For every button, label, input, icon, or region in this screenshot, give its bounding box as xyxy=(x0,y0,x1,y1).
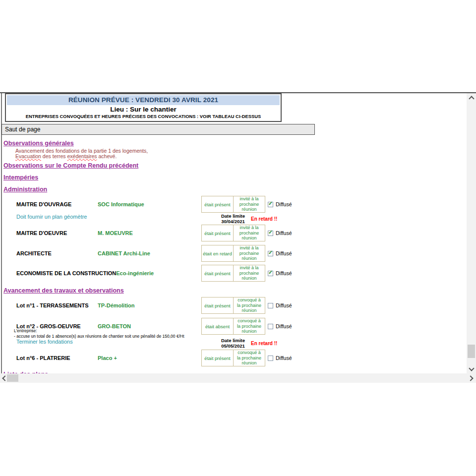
participant-role: ECONOMISTE DE LA CONSTRUCTION xyxy=(16,270,116,276)
attendance-status: était présent xyxy=(202,225,234,241)
attendance-status: était présent xyxy=(202,265,234,281)
diffused-label: Diffusé xyxy=(276,355,292,361)
lot-label: Lot n°1 - TERRASSEMENTS xyxy=(16,302,98,308)
lot-company: GRO-BETON xyxy=(98,323,131,329)
lot-row: Lot n°6 - PLATRERIE Placo + était présen… xyxy=(0,350,467,366)
horizontal-scrollbar[interactable] xyxy=(0,373,476,383)
participant-company: SOC Informatique xyxy=(98,201,144,207)
attendance-table: était absent convoqué à la prochaine réu… xyxy=(201,318,265,335)
observation-line: Evacuation des terres exédentaires achev… xyxy=(15,153,117,159)
attendance-status: était présent xyxy=(202,196,234,212)
next-meeting-status: convoqué à la prochaine réunion xyxy=(234,350,265,366)
lot-row: Lot n°1 - TERRASSEMENTS TP-Démolition ét… xyxy=(0,297,467,314)
diffused-checkbox[interactable]: ✓ xyxy=(268,251,273,256)
scroll-right-icon[interactable] xyxy=(468,375,473,381)
participant-row: MAITRE D'OEUVRE M. MOEUVRE était présent… xyxy=(0,225,467,241)
participant-row: ECONOMISTE DE LA CONSTRUCTION Eco-ingéni… xyxy=(0,265,467,282)
diffused-checkbox[interactable] xyxy=(268,324,273,329)
lot-company: Placo + xyxy=(98,355,117,361)
meeting-location: Lieu : Sur le chantier xyxy=(7,105,280,113)
next-meeting-status: invité à la prochaine réunion xyxy=(234,225,265,241)
attendance-table: était présent invité à la prochaine réun… xyxy=(201,265,265,282)
meeting-title: RÉUNION PRÉVUE : VENDREDI 30 AVRIL 2021 xyxy=(7,95,280,105)
next-meeting-status: invité à la prochaine réunion xyxy=(234,265,265,281)
page-break-bar: Saut de page xyxy=(1,124,315,135)
diffused-label: Diffusé xyxy=(276,270,292,276)
vertical-scrollbar[interactable] xyxy=(467,93,476,373)
meeting-convocation-note: ENTREPRISES CONVOQUÉES ET HEURES PRÉCISE… xyxy=(7,113,280,119)
attendance-status: était absent xyxy=(202,318,234,334)
diffused-label: Diffusé xyxy=(276,250,292,256)
diffused-checkbox[interactable]: ✓ xyxy=(268,202,273,207)
late-warning: En retard !! xyxy=(251,341,277,346)
check-icon: ✓ xyxy=(268,230,273,235)
lot-label: Lot n°6 - PLATRERIE xyxy=(16,355,98,361)
check-icon: ✓ xyxy=(268,201,273,206)
attendance-table: était présent invité à la prochaine réun… xyxy=(201,225,265,241)
participant-role: ARCHITECTE xyxy=(16,250,98,256)
attendance-status: était en retard xyxy=(202,245,234,261)
section-observations-generales: Observations générales xyxy=(3,140,74,147)
next-meeting-status: convoqué à la prochaine réunion xyxy=(234,318,265,334)
next-meeting-status: convoqué à la prochaine réunion xyxy=(234,298,265,313)
participant-row: ARCHITECTE CABINET Archi-Line était en r… xyxy=(0,245,467,262)
section-avancement-travaux: Avancement des travaux et observations xyxy=(3,287,124,294)
diffused-checkbox[interactable] xyxy=(268,303,273,308)
attendance-table: était présent invité à la prochaine réun… xyxy=(201,196,265,213)
misspelled-word: Evacuation xyxy=(15,153,41,159)
diffused-label: Diffusé xyxy=(276,323,292,329)
diffused-label: Diffusé xyxy=(276,302,292,308)
late-warning: En retard !! xyxy=(251,216,277,222)
participant-company: Eco-ingénierie xyxy=(116,270,154,276)
attendance-table: était présent convoqué à la prochaine ré… xyxy=(201,350,265,366)
check-icon: ✓ xyxy=(268,270,273,275)
participant-row: MAITRE D'OUVRAGE SOC Informatique était … xyxy=(0,196,467,213)
next-meeting-status: invité à la prochaine réunion xyxy=(234,196,265,212)
attendance-table: était en retard invité à la prochaine ré… xyxy=(201,245,265,262)
participant-note: Doit fournir un plan géomètre xyxy=(16,214,87,220)
diffused-label: Diffusé xyxy=(276,201,292,207)
misspelled-word: exédentaires xyxy=(67,153,97,159)
attendance-table: était présent convoqué à la prochaine ré… xyxy=(201,297,265,314)
diffused-checkbox[interactable]: ✓ xyxy=(268,231,273,236)
report-preview-window: RÉUNION PRÉVUE : VENDREDI 30 AVRIL 2021 … xyxy=(0,92,476,383)
participant-role: MAITRE D'OEUVRE xyxy=(16,230,98,236)
company-penalty-line: - accuse un total de 1 absence(s) aux ré… xyxy=(14,334,184,339)
section-intemperies: Intempéries xyxy=(3,174,38,181)
horizontal-scrollbar-thumb[interactable] xyxy=(7,374,18,382)
participant-company: CABINET Archi-Line xyxy=(98,250,150,256)
vertical-scrollbar-thumb[interactable] xyxy=(468,345,475,358)
participant-company: M. MOEUVRE xyxy=(98,230,133,236)
diffused-label: Diffusé xyxy=(276,230,292,236)
company-info-line: L'entreprise: xyxy=(14,328,37,333)
participant-role: MAITRE D'OUVRAGE xyxy=(16,201,98,207)
next-meeting-status: invité à la prochaine réunion xyxy=(234,245,265,261)
scroll-up-icon[interactable] xyxy=(469,96,474,101)
diffused-checkbox[interactable]: ✓ xyxy=(268,271,273,276)
attendance-status: était présent xyxy=(202,350,234,366)
meeting-header-box: RÉUNION PRÉVUE : VENDREDI 30 AVRIL 2021 … xyxy=(5,93,282,122)
scroll-down-icon[interactable] xyxy=(469,365,474,371)
section-administration: Administration xyxy=(3,186,47,193)
diffused-checkbox[interactable] xyxy=(268,356,273,361)
check-icon: ✓ xyxy=(268,250,273,255)
attendance-status: était présent xyxy=(202,298,234,313)
lot-company: TP-Démolition xyxy=(98,302,135,308)
section-observations-compte-rendu: Observations sur le Compte Rendu précéde… xyxy=(3,162,138,169)
lot-note: Terminer les fondations xyxy=(16,339,73,345)
lot-row: Lot n°2 - GROS-OEUVRE GRO-BETON était ab… xyxy=(0,318,467,335)
